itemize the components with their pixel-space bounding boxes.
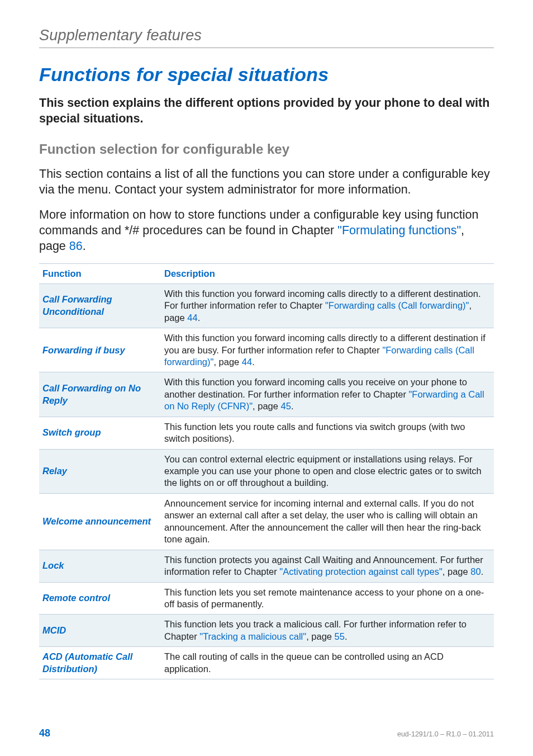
desc-page-link[interactable]: 45 bbox=[281, 401, 291, 411]
header-rule bbox=[39, 48, 494, 48]
function-name: MCID bbox=[39, 615, 161, 647]
table-row: ACD (Automatic Call Distribution)The cal… bbox=[39, 647, 494, 679]
table-row: RelayYou can control external electric e… bbox=[39, 449, 494, 493]
function-name: Relay bbox=[39, 449, 161, 493]
table-header-row: Function Description bbox=[39, 263, 494, 284]
desc-link[interactable]: "Forwarding calls (Call forwarding)" bbox=[325, 300, 469, 310]
function-name: Call Forwarding on No Reply bbox=[39, 372, 161, 417]
function-name: Remote control bbox=[39, 582, 161, 615]
function-description: This function lets you set remote mainte… bbox=[161, 582, 494, 615]
table-row: Switch groupThis function lets you route… bbox=[39, 417, 494, 449]
function-description: With this function you forward incoming … bbox=[161, 328, 494, 372]
page-footer: 48 eud-1291/1.0 – R1.0 – 01.2011 bbox=[39, 727, 494, 739]
desc-text: , page bbox=[213, 357, 241, 367]
desc-text: . bbox=[198, 313, 201, 323]
body-para-2: More information on how to store functio… bbox=[39, 207, 494, 254]
desc-text: The call routing of calls in the queue c… bbox=[164, 651, 444, 673]
function-description: This function lets you track a malicious… bbox=[161, 615, 494, 647]
function-description: The call routing of calls in the queue c… bbox=[161, 647, 494, 679]
desc-text: You can control external electric equipm… bbox=[164, 454, 482, 488]
body-para-1: This section contains a list of all the … bbox=[39, 166, 494, 198]
function-name: Forwarding if busy bbox=[39, 328, 161, 372]
para2-page-link[interactable]: 86 bbox=[69, 239, 83, 253]
desc-text: Announcement service for incoming intern… bbox=[164, 498, 481, 544]
col-function: Function bbox=[39, 263, 161, 284]
desc-text: This function lets you set remote mainte… bbox=[164, 587, 484, 609]
intro-text: This section explains the different opti… bbox=[39, 96, 494, 127]
function-name: ACD (Automatic Call Distribution) bbox=[39, 647, 161, 679]
para2-text-c: . bbox=[83, 239, 86, 253]
function-name: Switch group bbox=[39, 417, 161, 449]
desc-text: . bbox=[481, 566, 484, 577]
function-description: This function protects you against Call … bbox=[161, 550, 494, 582]
doc-id: eud-1291/1.0 – R1.0 – 01.2011 bbox=[397, 730, 494, 738]
page-number: 48 bbox=[39, 727, 50, 739]
table-row: Remote controlThis function lets you set… bbox=[39, 582, 494, 615]
desc-link[interactable]: "Tracking a malicious call" bbox=[199, 631, 306, 641]
desc-link[interactable]: "Activating protection against call type… bbox=[279, 566, 442, 577]
function-description: With this function you forward incoming … bbox=[161, 284, 494, 328]
table-row: LockThis function protects you against C… bbox=[39, 550, 494, 582]
function-description: You can control external electric equipm… bbox=[161, 449, 494, 493]
col-description: Description bbox=[161, 263, 494, 284]
table-row: MCIDThis function lets you track a malic… bbox=[39, 615, 494, 647]
table-row: Call Forwarding UnconditionalWith this f… bbox=[39, 284, 494, 328]
function-name: Lock bbox=[39, 550, 161, 582]
desc-text: , page bbox=[306, 631, 334, 641]
function-name: Welcome announcement bbox=[39, 493, 161, 550]
desc-text: , page bbox=[253, 401, 280, 411]
function-description: This function lets you route calls and f… bbox=[161, 417, 494, 449]
table-row: Forwarding if busyWith this function you… bbox=[39, 328, 494, 372]
table-row: Welcome announcementAnnouncement service… bbox=[39, 493, 494, 550]
desc-text: , page bbox=[442, 566, 470, 577]
chapter-header: Supplementary features bbox=[39, 27, 494, 44]
desc-page-link[interactable]: 44 bbox=[242, 357, 252, 367]
function-name: Call Forwarding Unconditional bbox=[39, 284, 161, 328]
functions-table: Function Description Call Forwarding Unc… bbox=[39, 263, 494, 679]
desc-page-link[interactable]: 55 bbox=[335, 631, 345, 641]
desc-text: . bbox=[291, 401, 294, 411]
para2-link[interactable]: "Formulating functions" bbox=[337, 224, 461, 237]
table-row: Call Forwarding on No ReplyWith this fun… bbox=[39, 372, 494, 417]
page-title: Functions for special situations bbox=[39, 64, 494, 86]
desc-text: This function lets you route calls and f… bbox=[164, 422, 465, 443]
desc-page-link[interactable]: 44 bbox=[187, 313, 197, 323]
desc-page-link[interactable]: 80 bbox=[470, 566, 480, 577]
desc-text: . bbox=[252, 357, 255, 367]
function-description: With this function you forward incoming … bbox=[161, 372, 494, 417]
function-description: Announcement service for incoming intern… bbox=[161, 493, 494, 550]
section-title: Function selection for configurable key bbox=[39, 141, 494, 157]
desc-text: . bbox=[345, 631, 348, 641]
